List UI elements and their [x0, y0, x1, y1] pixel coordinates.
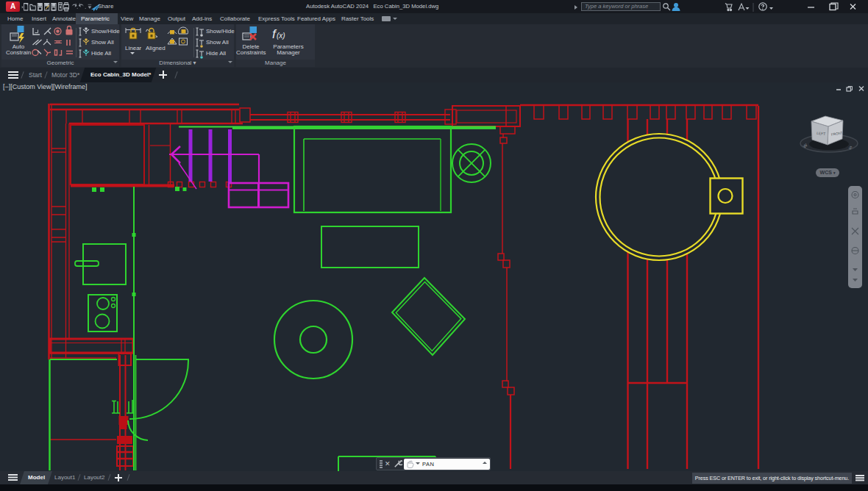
svg-text:(x): (x) — [277, 32, 285, 40]
